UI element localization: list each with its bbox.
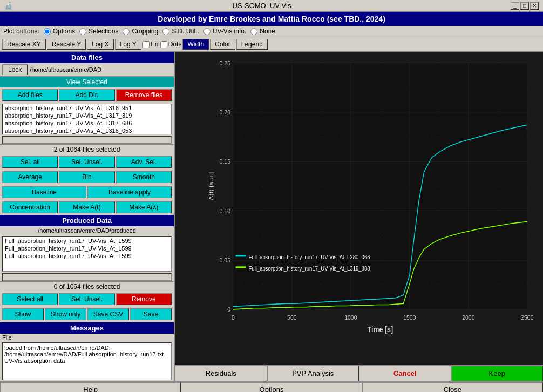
file-item[interactable]: absorption_history_run17_UV-Vis_At_L317_… [3,119,171,127]
keep-button[interactable]: Keep [451,366,544,381]
baseline-button[interactable]: Baseline [2,186,86,198]
svg-text:0.05: 0.05 [220,256,230,263]
options-button[interactable]: Options [181,382,362,392]
produced-data-header: Produced Data [0,215,174,226]
help-button[interactable]: Help [0,382,181,392]
chart-area: 0.25 0.20 0.15 0.10 0.05 0 0 500 1000 15… [175,52,543,365]
sel-all-button[interactable]: Sel. all [2,156,58,168]
radio-uvvis-info[interactable]: UV-Vis info. [203,28,246,35]
file-item[interactable]: absorption_history_run17_UV-Vis_At_L316_… [3,104,171,112]
lock-button[interactable]: Lock [2,64,28,75]
dots-checkbox[interactable] [160,41,167,48]
file-item[interactable]: absorption_history_run17_UV-Vis_At_L318_… [3,127,171,134]
svg-text:Time [s]: Time [s] [368,326,393,334]
err-checkbox[interactable] [142,41,150,48]
color-button[interactable]: Color [210,39,235,50]
action-bar: Rescale XY Rescale Y Log X Log Y Err Dot… [0,37,543,52]
main-layout: Data files Lock /home/ultrascan/emre/DAD… [0,52,543,381]
produced-file-item[interactable]: Full_absorption_history_run17_UV-Vis_At_… [3,237,171,245]
window-title: US-SOMO: UV-Vis [13,2,511,10]
produced-file-item[interactable]: Full_absorption_history_run17_UV-Vis_At_… [3,252,171,260]
plot-buttons-label: Plot buttons: [3,28,39,35]
svg-text:1500: 1500 [403,314,416,321]
svg-text:Full_absorption_history_run17_: Full_absorption_history_run17_UV-Vis_At_… [249,265,370,272]
save-csv-button[interactable]: Save CSV [87,308,129,320]
adv-sel-button[interactable]: Adv. Sel. [116,156,172,168]
path-display: /home/ultrascan/emre/DAD [30,66,101,73]
sel-unsel-button[interactable]: Sel. Unsel. [59,156,114,168]
svg-text:A(t) [a.u.]: A(t) [a.u.] [208,172,215,200]
messages-content: loaded from /home/ultrascan/emre/DAD: /h… [2,342,172,380]
app-bottom-bar: Help Options Close [0,381,543,392]
dots-checkbox-label[interactable]: Dots [160,40,182,48]
file-item[interactable]: absorption_history_run17_UV-Vis_At_L317_… [3,112,171,119]
add-files-button[interactable]: Add files [2,89,58,101]
svg-text:500: 500 [287,314,297,321]
messages-section: Messages File loaded from /home/ultrasca… [0,322,174,381]
close-button-bottom[interactable]: Close [362,382,543,392]
show-button[interactable]: Show [2,308,44,320]
cancel-button[interactable]: Cancel [359,366,451,381]
files-count: 2 of 1064 files selected [0,144,174,154]
window-controls[interactable]: _ □ ✕ [511,2,539,10]
add-dir-button[interactable]: Add Dir. [59,89,114,101]
sel-unsel2-button[interactable]: Sel. Unsel. [59,293,114,305]
log-x-button[interactable]: Log X [87,39,113,50]
width-button[interactable]: Width [182,39,209,50]
err-checkbox-label[interactable]: Err [142,40,159,48]
residuals-button[interactable]: Residuals [175,366,267,381]
baseline-apply-button[interactable]: Baseline apply [87,186,172,198]
make-at-button[interactable]: Make A(t) [59,201,114,213]
svg-text:1000: 1000 [344,314,357,321]
app-header: Developed by Emre Brookes and Mattia Roc… [0,12,543,26]
show-row: Show Show only Save CSV Save [0,307,174,322]
file-list[interactable]: absorption_history_run17_UV-Vis_At_L316_… [2,104,172,134]
messages-header: Messages [0,322,174,334]
maximize-button[interactable]: □ [520,2,529,10]
svg-text:2000: 2000 [462,314,474,321]
remove-files-button[interactable]: Remove files [116,89,172,101]
produced-file-item[interactable]: Full_absorption_history_run17_UV-Vis_At_… [3,245,171,252]
svg-text:0.20: 0.20 [220,109,230,116]
svg-rect-40 [236,266,246,268]
log-y-button[interactable]: Log Y [115,39,141,50]
bin-button[interactable]: Bin [59,171,114,183]
smooth-button[interactable]: Smooth [116,171,172,183]
file-action-row: Add files Add Dir. Remove files [0,87,174,103]
view-selected-header: View Selected [0,77,174,87]
radio-cropping[interactable]: Cropping [123,28,158,35]
pvp-analysis-button[interactable]: PVP Analysis [267,366,359,381]
sel-row: Sel. all Sel. Unsel. Adv. Sel. [0,154,174,170]
close-button[interactable]: ✕ [530,2,539,10]
average-button[interactable]: Average [2,171,58,183]
svg-text:0.10: 0.10 [220,207,230,214]
rescale-y-button[interactable]: Rescale Y [47,39,86,50]
svg-text:2500: 2500 [521,314,533,321]
chart-bottom-buttons: Residuals PVP Analysis Cancel Keep [175,365,543,381]
chart-svg: 0.25 0.20 0.15 0.10 0.05 0 0 500 1000 15… [207,57,538,338]
file-list-hscroll[interactable] [0,136,174,144]
produced-data-list[interactable]: Full_absorption_history_run17_UV-Vis_At_… [2,236,172,272]
select-all2-button[interactable]: Select all [2,293,58,305]
save-button[interactable]: Save [130,308,172,320]
plot-buttons-bar: Plot buttons: Options Selections Croppin… [0,26,543,37]
produced-count: 0 of 1064 files selected [0,281,174,292]
radio-options[interactable]: Options [44,28,75,35]
radio-selections[interactable]: Selections [79,28,118,35]
concentration-button[interactable]: Concentration [2,201,58,213]
left-panel: Data files Lock /home/ultrascan/emre/DAD… [0,52,175,381]
minimize-button[interactable]: _ [511,2,519,10]
make-alambda-button[interactable]: Make A(λ) [116,201,172,213]
rescale-xy-button[interactable]: Rescale XY [2,39,46,50]
radio-sd-util[interactable]: S.D. Util.. [162,28,199,35]
legend-button[interactable]: Legend [236,39,268,50]
title-bar: 🔬 US-SOMO: UV-Vis _ □ ✕ [0,0,543,12]
radio-none[interactable]: None [250,28,275,35]
svg-text:0: 0 [227,306,230,313]
produced-hscroll[interactable] [0,273,174,281]
show-only-button[interactable]: Show only [45,308,86,320]
proc-row: Average Bin Smooth [0,170,174,185]
messages-file-row: File [0,334,174,341]
remove2-button[interactable]: Remove [116,293,172,305]
data-files-header: Data files [0,52,174,63]
